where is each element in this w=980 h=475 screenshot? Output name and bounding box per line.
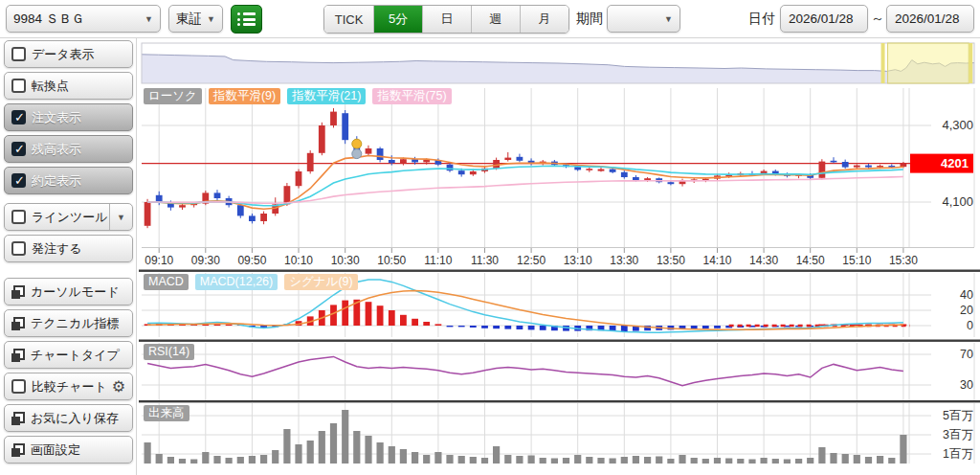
volume-bar xyxy=(702,459,709,464)
chevron-down-icon[interactable]: ▼ xyxy=(109,204,125,230)
pane-separator xyxy=(139,400,980,402)
sidebar-item-data-display[interactable]: データ表示 xyxy=(4,40,133,68)
candle-body xyxy=(819,162,826,178)
sidebar-item-line-tool[interactable]: ラインツール ▼ xyxy=(4,203,133,231)
checkbox-checked-icon xyxy=(11,142,26,156)
volume-bar xyxy=(516,456,523,464)
candle-body xyxy=(504,158,511,160)
volume-bar xyxy=(725,459,732,464)
candle-body xyxy=(621,172,628,177)
settings-gear-icon[interactable]: ⚙ xyxy=(112,377,125,396)
macd-bar xyxy=(540,326,546,330)
overview-area xyxy=(142,55,974,83)
volume-bar xyxy=(818,447,825,464)
sidebar-item-technical-indicators[interactable]: テクニカル指標 xyxy=(4,309,133,337)
candle-body xyxy=(237,205,244,215)
volume-bar xyxy=(389,446,395,464)
x-axis-label: 11:30 xyxy=(471,254,499,267)
sidebar-item-turning-point[interactable]: 転換点 xyxy=(4,72,133,100)
ema75-line xyxy=(147,177,903,204)
sidebar-item-compare-chart[interactable]: 比較チャート ⚙ xyxy=(4,373,133,400)
date-from-input[interactable]: 2026/01/28 xyxy=(780,5,868,33)
sidebar-item-label: お気に入り保存 xyxy=(31,410,119,427)
x-axis-label: 09:10 xyxy=(145,254,173,267)
sidebar-item-balance-display[interactable]: 残高表示 xyxy=(4,135,133,163)
volume-bar xyxy=(597,458,604,464)
legend-volume-chip[interactable]: 出来高 xyxy=(144,405,189,421)
legend-ema75-chip[interactable]: 指数平滑(75) xyxy=(372,88,451,104)
volume-bars xyxy=(145,410,907,464)
x-axis-label: 14:50 xyxy=(796,254,825,267)
timeframe-group: TICK 5分 日 週 月 xyxy=(323,5,569,34)
legend-signal-chip[interactable]: シグナル(9) xyxy=(284,274,357,290)
exchange-select[interactable]: 東証 ▼ xyxy=(168,5,223,33)
volume-axis-label: 1百万 xyxy=(943,447,973,461)
legend-candle-chip[interactable]: ローソク xyxy=(144,88,202,104)
overview-window-right-handle[interactable] xyxy=(969,43,972,83)
volume-bar xyxy=(644,457,651,464)
timeframe-5min[interactable]: 5分 xyxy=(373,6,422,33)
legend-macd-params-chip[interactable]: MACD(12,26) xyxy=(195,274,278,290)
volume-bar xyxy=(481,458,488,464)
sidebar-item-execution-display[interactable]: 約定表示 xyxy=(4,167,133,194)
panels-icon xyxy=(11,317,25,330)
symbol-list-button[interactable] xyxy=(231,5,262,34)
x-axis-label: 13:10 xyxy=(564,254,592,267)
price-axis-label: 4,100 xyxy=(942,194,973,209)
period-select[interactable]: ▼ xyxy=(607,5,680,33)
volume-bar xyxy=(377,442,384,464)
overview-window-left-handle[interactable] xyxy=(881,43,885,83)
execution-marker xyxy=(352,149,362,159)
panels-icon xyxy=(11,443,25,457)
macd-axis-labels: 40200 xyxy=(960,288,973,332)
volume-bar xyxy=(807,458,813,464)
date-to-input[interactable]: 2026/01/28 xyxy=(886,5,974,33)
volume-bar xyxy=(365,436,371,464)
legend-ema9-chip[interactable]: 指数平滑(9) xyxy=(209,88,280,104)
candle-body xyxy=(668,182,675,184)
legend-macd-chip[interactable]: MACD xyxy=(144,274,189,290)
volume-bar xyxy=(226,458,233,464)
legend-rsi-chip[interactable]: RSI(14) xyxy=(144,344,194,360)
sidebar-item-cursor-mode[interactable]: カーソルモード xyxy=(4,278,133,305)
sidebar-item-screen-settings[interactable]: 画面設定 xyxy=(4,436,133,464)
sidebar-item-label: 比較チャート xyxy=(32,378,107,396)
volume-bar xyxy=(610,459,616,464)
candle-body xyxy=(586,169,592,170)
volume-bar xyxy=(179,459,186,464)
rsi-legend: RSI(14) xyxy=(144,344,194,360)
timeframe-week[interactable]: 週 xyxy=(471,6,520,33)
sidebar-item-label: テクニカル指標 xyxy=(31,315,120,332)
rsi-axis-label: 30 xyxy=(960,378,973,392)
volume-bar xyxy=(574,455,581,464)
timeframe-day[interactable]: 日 xyxy=(422,6,471,33)
candle-body xyxy=(296,171,302,186)
checkbox-icon xyxy=(11,241,26,256)
legend-ema21-chip[interactable]: 指数平滑(21) xyxy=(287,88,366,104)
candle-body xyxy=(702,179,709,181)
macd-bar xyxy=(493,326,500,328)
sidebar-item-chart-type[interactable]: チャートタイプ xyxy=(4,341,133,369)
volume-bar xyxy=(295,444,301,464)
checkbox-icon xyxy=(11,379,26,394)
timeframe-tick[interactable]: TICK xyxy=(324,6,373,33)
sidebar-item-save-favorite[interactable]: お気に入り保存 xyxy=(4,404,133,432)
candle-body xyxy=(877,166,883,168)
volume-bar xyxy=(319,431,325,464)
sidebar-item-place-order[interactable]: 発注する xyxy=(4,235,133,262)
overview-window[interactable] xyxy=(888,43,969,83)
timeframe-month[interactable]: 月 xyxy=(520,6,568,33)
checkbox-checked-icon xyxy=(11,173,26,188)
candle-body xyxy=(214,192,221,198)
candle-body xyxy=(389,160,395,163)
volume-bar xyxy=(307,441,314,464)
candle-body xyxy=(865,166,872,168)
symbol-select[interactable]: 9984 ＳＢＧ ▼ xyxy=(6,5,161,33)
sidebar-item-order-display[interactable]: 注文表示 xyxy=(4,103,133,131)
candle-body xyxy=(854,166,860,168)
candle-body xyxy=(342,113,348,140)
macd-bar xyxy=(621,326,628,331)
sidebar-item-label: 画面設定 xyxy=(31,441,80,459)
volume-bar xyxy=(446,455,453,464)
macd-bar xyxy=(447,326,454,327)
